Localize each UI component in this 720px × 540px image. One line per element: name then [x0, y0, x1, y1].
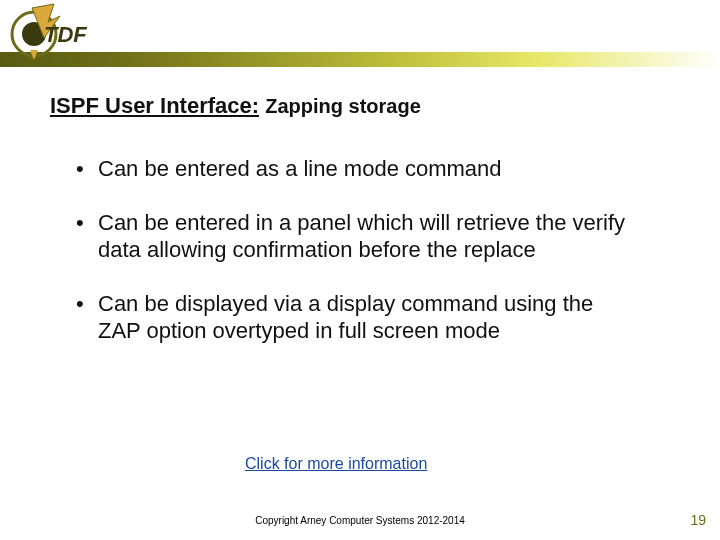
more-info-link[interactable]: Click for more information [245, 455, 427, 473]
page-number: 19 [690, 512, 706, 528]
header-accent-band [0, 52, 720, 67]
bullet-list: Can be entered as a line mode command Ca… [70, 155, 640, 371]
copyright-text: Copyright Arney Computer Systems 2012-20… [0, 515, 720, 526]
list-item: Can be entered in a panel which will ret… [70, 209, 640, 264]
heading-sub: Zapping storage [265, 95, 421, 117]
heading-main: ISPF User Interface: [50, 93, 259, 118]
tdf-logo: TDF [10, 2, 90, 64]
list-item: Can be entered as a line mode command [70, 155, 640, 183]
list-item: Can be displayed via a display command u… [70, 290, 640, 345]
slide: TDF ISPF User Interface: Zapping storage… [0, 0, 720, 540]
logo-text: TDF [44, 22, 87, 47]
slide-heading: ISPF User Interface: Zapping storage [50, 93, 421, 119]
